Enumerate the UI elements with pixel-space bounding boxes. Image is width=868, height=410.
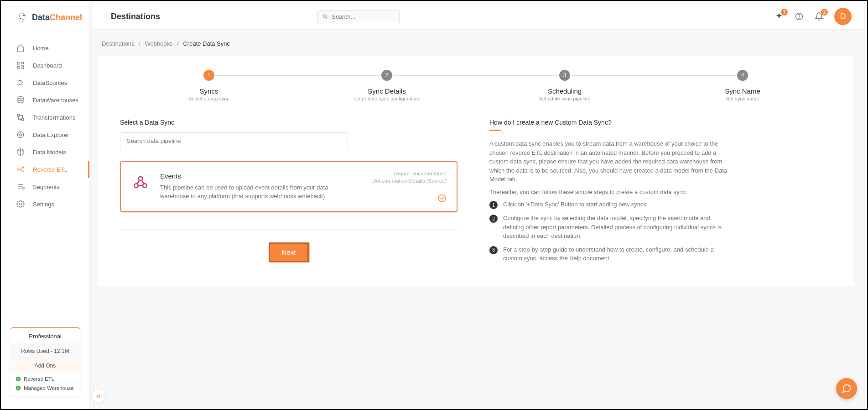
svg-point-33 [439,194,446,201]
sidebar-item-home[interactable]: Home [1,39,89,57]
sync-card-events[interactable]: Events This pipeline can be used to uplo… [120,161,457,212]
reverse-etl-icon [16,165,25,173]
help-panel: How do I create a new Custom Data Sync? … [489,119,731,268]
topbar: Destinations 7 2 [93,4,864,29]
brand-part2: Channel [50,13,82,22]
svg-point-2 [23,15,25,16]
svg-point-26 [323,15,327,18]
breadcrumb-link[interactable]: Webhooks [145,40,172,47]
svg-point-22 [22,187,25,189]
plan-addons-label[interactable]: Add Ons [10,359,80,373]
stepper: 1 Syncs Select a data sync 2 Sync Detail… [120,70,832,101]
sidebar-item-label: Settings [33,201,54,208]
svg-point-23 [20,203,22,205]
chat-fab[interactable] [836,378,857,399]
breadcrumb-link[interactable]: Destinations [102,40,135,47]
datasources-icon [16,79,25,87]
user-avatar[interactable]: D [834,8,852,25]
svg-rect-12 [17,114,20,116]
breadcrumb-current: Create Data Sync [183,40,230,47]
warehouse-icon [16,96,25,104]
help-paragraph: Thereafter, you can follow these simple … [489,188,731,197]
svg-point-17 [22,167,24,168]
svg-point-32 [143,184,147,188]
brand-part1: Data [32,13,50,22]
help-step: 2 Configure the sync by selecting the da… [489,214,731,241]
svg-rect-5 [17,62,20,65]
global-search[interactable] [317,10,400,23]
plan-card: Professional Rows Used - 12.1M Add Ons R… [10,327,80,396]
sidebar-item-segments[interactable]: Segments [1,178,89,195]
sidebar-item-label: Transformations [33,114,75,121]
svg-point-31 [134,184,138,188]
svg-rect-7 [21,65,24,68]
search-input[interactable] [332,13,395,20]
svg-point-11 [18,97,23,99]
sidebar-item-label: DataSources [33,79,67,86]
svg-point-3 [22,19,24,20]
help-icon [795,12,804,21]
sidebar-item-datawarehouses[interactable]: DataWarehouses [1,91,89,109]
sidebar: DataChannel Home Dashboard DataSources D… [1,1,90,409]
segments-icon [16,183,25,191]
sidebar-item-label: Home [33,45,49,52]
step-sync-name[interactable]: 4 Sync Name Set sync name [654,70,832,101]
sidebar-item-label: Data Models [33,149,66,156]
webhook-icon [133,174,148,189]
select-sync-label: Select a Data Sync [120,119,457,126]
step-syncs[interactable]: 1 Syncs Select a data sync [120,70,298,101]
sparkle-button[interactable]: 7 [774,11,784,21]
sidebar-item-label: DataWarehouses [33,97,78,104]
bell-badge: 2 [821,9,828,16]
svg-point-16 [17,169,19,170]
divider [120,229,457,230]
sidebar-item-dashboard[interactable]: Dashboard [1,57,89,74]
documentation-details-link[interactable]: Documentation Details (Source) [372,178,447,185]
step-sync-details[interactable]: 2 Sync Details Enter data sync configura… [298,70,476,101]
chevron-double-left-icon [95,393,102,399]
svg-rect-8 [17,66,20,68]
sidebar-item-label: Data Explorer [33,131,69,138]
svg-point-30 [139,177,143,181]
sidebar-item-reverseetl[interactable]: Reverse ETL [1,161,89,178]
sidebar-item-label: Dashboard [33,62,62,69]
pipeline-search-input[interactable] [120,132,348,149]
logo-mark-icon [16,11,27,24]
help-paragraph: A custom data sync enables you to stream… [489,139,731,184]
transformations-icon [16,113,25,121]
sidebar-item-settings[interactable]: Settings [1,195,89,213]
check-circle-icon [16,385,21,391]
sidebar-item-datasources[interactable]: DataSources [1,74,89,91]
selected-check-icon [437,194,447,203]
plan-rows-used: Rows Used - 12.1M [10,343,80,359]
svg-point-1 [19,16,20,17]
svg-point-29 [799,18,799,19]
help-title: How do I create a new Custom Data Sync? [489,119,731,126]
svg-line-27 [326,17,327,18]
models-icon [16,148,25,156]
help-step: 1 Click on '+Data Sync' Button to start … [489,200,731,209]
dashboard-icon [16,61,25,69]
svg-point-10 [18,84,19,85]
svg-rect-6 [21,62,24,64]
brand-logo[interactable]: DataChannel [1,1,89,32]
sidebar-item-dataexplorer[interactable]: Data Explorer [1,126,89,143]
svg-point-4 [20,18,21,19]
notifications-button[interactable]: 2 [814,11,824,21]
plan-title: Professional [10,328,80,343]
sidebar-collapse-button[interactable] [92,390,105,403]
svg-point-0 [18,13,26,21]
sidebar-item-label: Segments [33,184,60,190]
plan-feature: Reverse ETL [10,374,80,384]
chat-icon [842,384,852,394]
help-button[interactable] [794,11,804,21]
sidebar-item-transformations[interactable]: Transformations [1,109,89,126]
gear-icon [16,200,25,208]
report-documentation-link[interactable]: Report Documentation [372,170,447,178]
next-button[interactable]: Next [269,242,309,262]
sidebar-item-datamodels[interactable]: Data Models [1,143,89,161]
sidebar-nav: Home Dashboard DataSources DataWarehouse… [1,32,89,213]
step-scheduling[interactable]: 3 Scheduling Schedule sync pipeline [476,70,654,101]
plan-feature: Managed Warehouse [10,384,80,393]
check-circle-icon [16,376,21,382]
